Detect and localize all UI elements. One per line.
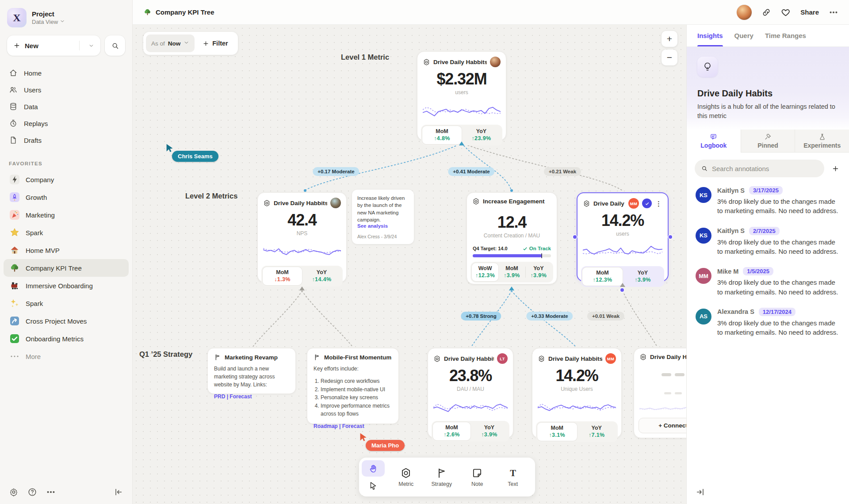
tool-label: Strategy [431,481,452,487]
delta-cell-wow[interactable]: WoW ↑12.3% [472,263,498,281]
connect-button[interactable]: + Connect [639,418,686,433]
annotation-item[interactable]: KS Kaitlyn S 3/17/2025 3% drop likely du… [696,186,840,216]
zoom-out-button[interactable]: − [662,50,677,65]
annotation-item[interactable]: KS Kaitlyn S 2/7/2025 3% drop likely due… [696,227,840,256]
sidebar-favorite-item[interactable]: Immersive Onboarding [4,277,129,294]
sidebar-favorite-item[interactable]: Cross Project Moves [4,312,129,330]
card-menu-icon[interactable]: ⋮ [655,200,662,207]
sidebar-search-button[interactable] [105,35,125,56]
strategy-note-mobile[interactable]: Mobile-First Momentum Key efforts includ… [307,348,399,424]
annotation-search-input[interactable] [712,165,818,172]
strategy-title: Mobile-First Momentum [324,354,391,361]
sidebar-favorite-item[interactable]: Spark [4,294,129,312]
delta-cell-yoy[interactable]: YoY ↑23.9% [462,126,501,144]
chevron-down-icon[interactable] [88,43,94,49]
delta-cell-yoy[interactable]: YoY ↑7.1% [577,423,617,441]
tab-logbook[interactable]: Logbook [687,130,741,153]
sidebar-favorite-item[interactable]: Marketing [4,206,129,224]
favorite-label: Marketing [26,211,55,219]
copy-link-icon[interactable] [761,8,771,17]
delta-cell-yoy[interactable]: YoY ↑3.9% [470,422,508,440]
kpi-tree-canvas[interactable]: As of Now Filter + − Level 1 Metric Leve… [133,25,686,504]
collapse-panel-icon[interactable] [696,487,705,497]
sidebar-favorite-item[interactable]: Onboarding Metrics [4,330,129,347]
collapse-sidebar-icon[interactable] [114,487,123,497]
annotation-avatar: KS [696,228,711,244]
selection-handle[interactable] [669,235,672,239]
delta-cell-yoy[interactable]: YoY ↑3.9% [525,263,552,281]
sidebar-favorite-item[interactable]: Spark [4,224,129,241]
delta-cell-mom[interactable]: MoM ↑12.3% [582,267,623,286]
tab-insights[interactable]: Insights [697,25,723,46]
user-avatar[interactable] [737,5,752,20]
strategy-note-marketing[interactable]: Marketing Revamp Build and launch a new … [207,348,296,394]
canvas-annotation-note[interactable]: Increase likely driven by the launch of … [352,190,414,244]
tab-pinned[interactable]: Pinned [741,130,795,153]
settings-gear-icon[interactable] [9,487,19,497]
owner-badge: MM [605,353,616,364]
filter-button[interactable]: Filter [195,40,235,47]
metric-card-engagement[interactable]: Increase Engagement 12.4 Content Creatio… [467,192,557,284]
sidebar-nav-item[interactable]: Drafts [4,132,129,149]
level1-section-label: Level 1 Metric [341,53,389,61]
owner-badge: LT [497,353,508,364]
metric-card-ghost[interactable]: Drive Daily Hab + Connect [634,348,686,438]
hand-tool-button[interactable] [362,460,385,477]
metric-card-level1[interactable]: Drive Daily Habbits $2.32M users MoM ↑4.… [417,51,506,141]
nav-item-label: Home [24,69,42,77]
tab-experiments[interactable]: Experiments [795,130,849,153]
delta-cell-mom[interactable]: MoM ↑3.1% [537,423,577,441]
more-options-icon[interactable] [46,487,56,497]
delta-cell-mom[interactable]: MoM ↑3.9% [498,263,525,281]
new-button[interactable]: New [7,35,100,56]
project-view-selector[interactable]: Data View [32,19,65,25]
project-switcher[interactable]: X Project Data View [0,0,132,30]
add-annotation-button[interactable] [830,163,841,174]
metric-card-dau[interactable]: Drive Daily Habbits LT 23.8% DAU / MAU M… [428,348,513,438]
delta-cell-mom[interactable]: MoM ↑2.6% [433,422,470,440]
as-of-selector[interactable]: As of Now [146,34,195,52]
strategy-links[interactable]: PRD | Forecast [214,393,289,400]
see-analysis-link[interactable]: See analysis [357,223,409,229]
sidebar-nav-item[interactable]: Home [4,65,129,81]
sidebar-nav-item[interactable]: Data [4,98,129,115]
sidebar-favorite-item[interactable]: Company [4,171,129,188]
annotation-item[interactable]: MM Mike M 1/5/2025 3% drop likely due to… [696,267,840,297]
delta-cell-yoy[interactable]: YoY ↑14.4% [302,267,341,285]
annotation-search[interactable] [695,160,824,177]
sidebar-favorite-item[interactable]: Company KPI Tree [4,259,129,277]
share-button[interactable]: Share [800,8,819,16]
sidebar-nav-item[interactable]: Users [4,81,129,98]
delta-cell-mom[interactable]: MoM ↓1.3% [263,267,302,285]
nav-item-label: Drafts [24,137,42,144]
toolbar-tool-button[interactable]: T Text [495,460,531,494]
zoom-in-button[interactable]: + [662,31,677,47]
help-icon[interactable] [27,487,37,497]
tab-query[interactable]: Query [734,25,753,46]
sidebar-favorite-item[interactable]: Home MVP [4,241,129,259]
delta-cell-yoy[interactable]: YoY ↑3.9% [623,267,663,286]
toolbar-tool-button[interactable]: Note [459,460,495,494]
selection-handle[interactable] [573,235,577,239]
metric-value: $2.32M [417,70,506,88]
strategy-links[interactable]: Roadmap | Forecast [314,423,392,429]
toolbar-tool-button[interactable]: Strategy [424,460,460,494]
metric-card-unique-users[interactable]: Drive Daily Habbits MM 14.2% Unique User… [532,348,622,438]
sidebar-nav-item[interactable]: Replays [4,115,129,132]
annotation-item[interactable]: AS Alexandra S 12/17/2024 3% drop likely… [696,308,840,337]
metric-card-nps[interactable]: Drive Daily Habbits 42.4 NPS MoM ↓1.3% Y… [257,192,347,283]
favorite-heart-icon[interactable] [781,8,791,17]
select-tool-button[interactable] [362,477,385,494]
metric-card-title: Drive Daily Habbits [444,355,494,362]
strategy-intro: Key efforts include: [314,365,392,373]
tab-time-ranges[interactable]: Time Ranges [765,25,806,46]
metric-card-selected[interactable]: Drive Daily Habb.. MM ⋮ 14.2% users MoM … [577,192,669,282]
delta-cell-mom[interactable]: MoM ↑4.8% [422,126,462,144]
selection-handle[interactable] [620,288,624,292]
sidebar-favorite-item[interactable]: Growth [4,188,129,206]
annotation-list: KS Kaitlyn S 3/17/2025 3% drop likely du… [687,183,849,348]
sidebar-favorite-item[interactable]: More [4,347,129,365]
more-menu-icon[interactable] [829,8,838,17]
edge-correlation-label: +0.41 Moderate [448,167,494,176]
toolbar-tool-button[interactable]: Metric [388,460,424,494]
